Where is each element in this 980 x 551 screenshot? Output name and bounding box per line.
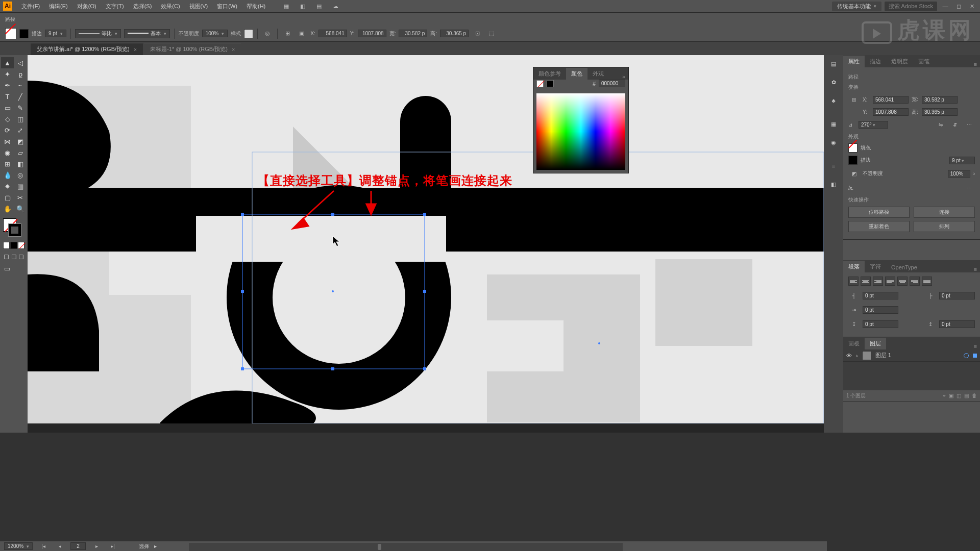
first-line-indent[interactable]: 0 pt (863, 306, 898, 314)
prop-h[interactable]: 30.365 p (922, 108, 958, 116)
slice-tool[interactable]: ✂ (14, 192, 27, 203)
zoom-field[interactable]: 1200% (4, 542, 33, 550)
indent-left[interactable]: 0 pt (863, 292, 898, 299)
scale-tool[interactable]: ⤢ (14, 124, 27, 136)
tab-artboards[interactable]: 画板 (843, 338, 865, 349)
fill-swatch[interactable] (5, 28, 16, 39)
recolor-icon[interactable]: ◎ (262, 28, 273, 39)
more-appearance-icon[interactable]: ⋯ (964, 182, 975, 193)
btn-offset-path[interactable]: 位移路径 (848, 207, 910, 218)
w-field[interactable]: 30.582 p (399, 30, 427, 37)
flip-v-icon[interactable]: ⇵ (949, 119, 961, 130)
layer-name[interactable]: 图层 1 (875, 352, 891, 359)
perspective-tool[interactable]: ▱ (14, 147, 27, 158)
pen-tool[interactable]: ✒ (1, 80, 14, 91)
tab-brushes[interactable]: 画笔 (913, 56, 935, 67)
menu-edit[interactable]: 编辑(E) (45, 1, 72, 12)
tab-transparency[interactable]: 透明度 (886, 56, 913, 67)
document-tab-active[interactable]: 父亲节讲解.ai* @ 1200% (RGB/预览) × (31, 43, 143, 55)
tab-opentype[interactable]: OpenType (886, 262, 922, 272)
paintbrush-tool[interactable]: ✎ (14, 102, 27, 113)
stroke-panel-icon[interactable]: ≡ (828, 160, 839, 171)
align-left[interactable] (848, 277, 859, 286)
nav-first-icon[interactable]: |◂ (38, 541, 49, 552)
panel-menu-icon[interactable]: » (622, 73, 628, 80)
stroke-swatch[interactable] (19, 29, 29, 38)
expand-icon[interactable]: › (856, 353, 858, 359)
prop-rotate[interactable]: 270° (859, 121, 888, 129)
stroke-indicator[interactable] (8, 223, 21, 237)
search-field[interactable]: 搜索 Adobe Stock (885, 2, 937, 11)
scrollbar-thumb[interactable] (378, 544, 381, 550)
target-icon[interactable] (964, 353, 969, 358)
color-panel[interactable]: 颜色参考 颜色 外观 » # 000000 (533, 67, 629, 173)
y-field[interactable]: 1007.808 (358, 30, 386, 37)
swatches-icon[interactable]: ▦ (828, 118, 839, 130)
lasso-tool[interactable]: ϱ (14, 68, 27, 80)
style-swatch[interactable] (244, 29, 253, 38)
color-panel-stroke[interactable] (547, 80, 554, 87)
screen-mode[interactable]: ▭ (3, 264, 11, 272)
prop-stroke-val[interactable]: 9 pt (949, 157, 975, 164)
btn-join[interactable]: 连接 (914, 207, 975, 218)
justify-right[interactable] (910, 277, 920, 286)
menu-object[interactable]: 对象(O) (73, 1, 101, 12)
tab-color[interactable]: 颜色 (566, 68, 587, 80)
color-mode-gradient[interactable] (10, 242, 17, 249)
minimize-icon[interactable]: — (940, 2, 950, 10)
fill-stroke-indicator[interactable] (3, 218, 24, 239)
draw-inside[interactable]: ◻ (18, 252, 24, 260)
justify-left[interactable] (885, 277, 895, 286)
magic-wand-tool[interactable]: ✦ (1, 68, 14, 80)
blend-tool[interactable]: ◎ (14, 169, 27, 181)
menu-select[interactable]: 选择(S) (129, 1, 156, 12)
transform-panel-icon[interactable]: ⊡ (472, 28, 483, 39)
x-field[interactable]: 568.041 (318, 30, 347, 37)
brushes-icon[interactable]: ✿ (828, 77, 839, 88)
locate-icon[interactable]: ⌖ (943, 393, 946, 399)
workspace-switcher[interactable]: 传统基本功能 (832, 2, 881, 11)
prop-x[interactable]: 568.041 (873, 96, 909, 104)
menu-type[interactable]: 文字(T) (102, 1, 128, 12)
horizontal-scrollbar[interactable] (189, 543, 623, 551)
curvature-tool[interactable]: ~ (14, 80, 27, 91)
symbol-sprayer-tool[interactable]: ✷ (1, 181, 14, 192)
prop-opacity-val[interactable]: 100% (948, 170, 970, 178)
bridge-icon[interactable]: ▦ (281, 1, 292, 12)
prop-stroke-swatch[interactable] (848, 156, 857, 165)
new-sublayer-icon[interactable]: ◫ (957, 393, 961, 399)
btn-recolor[interactable]: 重新着色 (848, 221, 910, 232)
graph-tool[interactable]: ▥ (14, 181, 27, 192)
rectangle-tool[interactable]: ▭ (1, 102, 14, 113)
shape-builder-tool[interactable]: ◉ (1, 147, 14, 158)
prop-w[interactable]: 30.582 p (922, 96, 958, 104)
free-transform-tool[interactable]: ◩ (14, 136, 27, 147)
tab-color-guide[interactable]: 颜色参考 (533, 68, 566, 80)
symbols-icon[interactable]: ♣ (828, 95, 839, 106)
nav-prev-icon[interactable]: ◂ (54, 541, 65, 552)
opacity-field[interactable]: 100% (202, 30, 228, 37)
menu-help[interactable]: 帮助(H) (242, 1, 270, 12)
cloud-icon[interactable]: ☁ (330, 1, 341, 12)
type-tool[interactable]: T (1, 91, 14, 102)
panel-menu-icon[interactable]: ≡ (974, 266, 980, 272)
delete-layer-icon[interactable]: 🗑 (972, 393, 977, 399)
panel-menu-icon[interactable]: ≡ (974, 343, 980, 349)
tab-layers[interactable]: 图层 (865, 338, 886, 349)
isolate-icon[interactable]: ⬚ (486, 28, 497, 39)
zoom-tool[interactable]: 🔍 (14, 203, 27, 214)
line-tool[interactable]: ╱ (14, 91, 27, 102)
close-icon[interactable]: ✕ (967, 2, 977, 10)
color-panel-fill[interactable] (536, 80, 544, 87)
space-after[interactable]: 0 pt (939, 320, 975, 328)
draw-behind[interactable]: ◻ (11, 252, 17, 260)
shape-mode-icon[interactable]: ▣ (296, 28, 307, 39)
color-icon[interactable]: ◉ (828, 137, 839, 148)
align-icon[interactable]: ⊞ (282, 28, 293, 39)
color-mode-color[interactable] (3, 242, 10, 249)
stroke-weight-field[interactable]: 9 pt (45, 30, 66, 37)
artboard-tool[interactable]: ▢ (1, 192, 14, 203)
prop-y[interactable]: 1007.808 (873, 108, 909, 116)
align-right[interactable] (873, 277, 883, 286)
h-field[interactable]: 30.365 p (440, 30, 469, 37)
